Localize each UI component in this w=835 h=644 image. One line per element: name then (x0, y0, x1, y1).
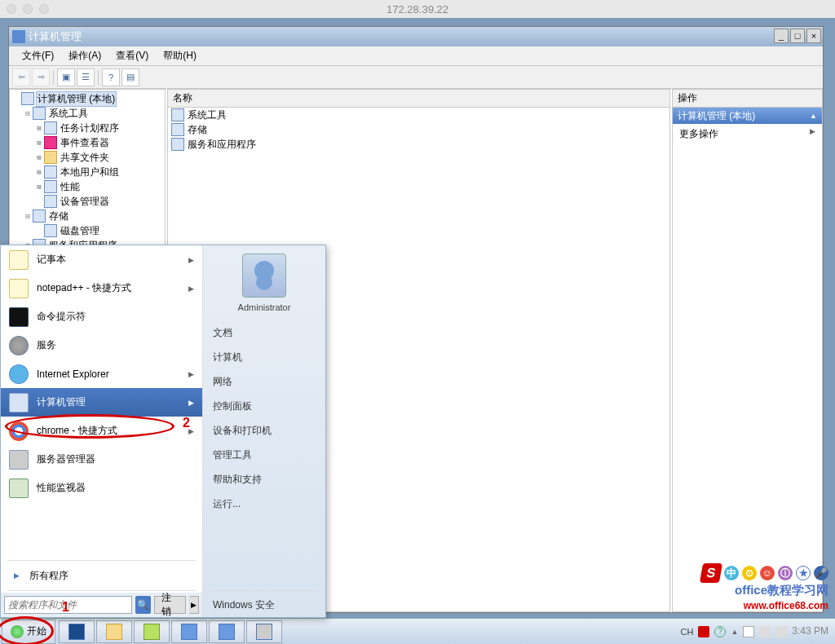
start-menu: 记事本▶ notepad++ - 快捷方式▶ 命令提示符 服务 Internet… (0, 245, 326, 618)
start-right-network[interactable]: 网络 (203, 369, 325, 394)
notepad-icon (9, 250, 29, 270)
tree-local-users[interactable]: ⊞本地用户和组 (34, 165, 163, 179)
watermark: S 中 ⊙ ☺ ⓘ ★ 🎤 office教程学习网 www.office68.c… (701, 563, 828, 611)
mgmt-toolbar: ⬅ ➡ ▣ ☰ ? ▤ (9, 66, 823, 89)
start-item-cmd[interactable]: 命令提示符 (1, 302, 202, 331)
powershell-icon (68, 624, 85, 640)
tray-expand-icon[interactable]: ▲ (731, 628, 738, 636)
tree-performance[interactable]: ⊞性能 (34, 179, 163, 194)
list-item[interactable]: 存储 (168, 122, 669, 137)
help-button[interactable]: ? (102, 68, 120, 86)
ie-icon (9, 364, 29, 384)
start-right-documents[interactable]: 文档 (203, 320, 325, 345)
chrome-icon (9, 421, 29, 441)
services-icon (171, 138, 184, 151)
list-header-name[interactable]: 名称 (168, 90, 669, 108)
other-task-icon (256, 624, 272, 640)
properties-button[interactable]: ☰ (77, 68, 95, 86)
list-item[interactable]: 服务和应用程序 (168, 137, 669, 152)
start-right-run[interactable]: 运行... (203, 492, 325, 516)
tray-sound-icon[interactable] (775, 626, 787, 637)
start-item-notepadpp[interactable]: notepad++ - 快捷方式▶ (1, 274, 202, 302)
mgmt-titlebar[interactable]: 计算机管理 _ □ × (9, 27, 823, 46)
start-logout-button[interactable]: 注销 (154, 596, 186, 614)
actions-panel: 操作 计算机管理 (本地)▲ 更多操作▶ (672, 89, 823, 612)
start-right-help[interactable]: 帮助和支持 (203, 467, 325, 492)
start-item-servermgr[interactable]: 服务器管理器 (1, 445, 202, 474)
notepadpp-icon (9, 279, 29, 298)
notepadpp-task-icon (144, 624, 160, 640)
up-button[interactable]: ▣ (57, 68, 75, 86)
perfmon-icon (9, 479, 29, 498)
tray-help-icon[interactable]: ? (714, 626, 726, 637)
annotation-number-1: 1 (62, 600, 69, 615)
tools-icon (171, 108, 184, 121)
start-logout-more[interactable]: ▶ (189, 596, 199, 614)
tree-disk-mgmt[interactable]: 磁盘管理 (34, 223, 163, 238)
taskbar: 开始 CH ? ▲ 3:43 PM (0, 618, 835, 644)
refresh-button[interactable]: ▤ (121, 68, 139, 86)
list-item[interactable]: 系统工具 (168, 108, 669, 122)
compmgmt-icon (9, 393, 29, 412)
tray-network-icon[interactable] (759, 626, 771, 637)
menu-action[interactable]: 操作(A) (62, 47, 108, 64)
remote-host-title: 172.28.39.22 (0, 3, 835, 15)
tree-event-viewer[interactable]: ⊞事件查看器 (34, 135, 163, 150)
services-icon (9, 336, 29, 355)
servermgr-icon (9, 450, 29, 470)
user-avatar[interactable] (242, 254, 286, 298)
minimize-button[interactable]: _ (774, 29, 789, 43)
tree-device-manager[interactable]: 设备管理器 (34, 194, 163, 209)
tree-task-scheduler[interactable]: ⊞任务计划程序 (34, 121, 163, 135)
start-item-services[interactable]: 服务 (1, 331, 202, 359)
nav-back-button: ⬅ (12, 68, 30, 86)
tree-system-tools[interactable]: ⊟系统工具 (23, 106, 163, 121)
task-servermgr[interactable] (171, 620, 207, 643)
start-item-ie[interactable]: Internet Explorer▶ (1, 359, 202, 388)
task-explorer[interactable] (96, 620, 132, 643)
tree-shared-folders[interactable]: ⊞共享文件夹 (34, 150, 163, 165)
nav-fwd-button: ➡ (32, 68, 50, 86)
close-button[interactable]: × (806, 29, 821, 43)
start-right-devices[interactable]: 设备和打印机 (203, 418, 325, 443)
mac-titlebar: 172.28.39.22 (0, 0, 835, 18)
user-name[interactable]: Administrator (203, 302, 325, 312)
watermark-logo-icon: S (700, 563, 722, 583)
task-other[interactable] (246, 620, 282, 643)
menu-help[interactable]: 帮助(H) (157, 47, 203, 64)
task-notepadpp[interactable] (134, 620, 170, 643)
actions-more[interactable]: 更多操作▶ (673, 124, 822, 144)
tray-flag-icon[interactable] (743, 626, 754, 637)
start-item-chrome[interactable]: chrome - 快捷方式▶ (1, 417, 202, 445)
start-item-perfmon[interactable]: 性能监视器 (1, 474, 202, 502)
start-item-compmgmt[interactable]: 计算机管理▶ (1, 388, 202, 417)
start-search-button[interactable]: 🔍 (135, 596, 151, 614)
start-orb-icon (11, 625, 24, 638)
mgmt-app-icon (12, 30, 25, 43)
annotation-number-2: 2 (183, 416, 190, 430)
mgmt-title: 计算机管理 (29, 29, 82, 44)
menu-view[interactable]: 查看(V) (109, 47, 155, 64)
task-compmgmt[interactable] (209, 620, 245, 643)
mgmt-menubar: 文件(F) 操作(A) 查看(V) 帮助(H) (9, 46, 823, 66)
tree-root[interactable]: 计算机管理 (本地) (11, 91, 163, 106)
start-all-programs[interactable]: ▶所有程序 (1, 562, 202, 589)
cmd-icon (9, 307, 29, 327)
menu-file[interactable]: 文件(F) (15, 47, 60, 64)
start-item-notepad[interactable]: 记事本▶ (1, 245, 202, 274)
start-right-control-panel[interactable]: 控制面板 (203, 394, 325, 418)
start-right-win-security[interactable]: Windows 安全 (203, 593, 325, 617)
maximize-button[interactable]: □ (790, 29, 805, 43)
start-right-admin-tools[interactable]: 管理工具 (203, 443, 325, 467)
actions-header: 操作 (673, 90, 822, 108)
compmgmt-task-icon (219, 624, 235, 640)
servermgr-task-icon (181, 624, 197, 640)
tray-clock[interactable]: 3:43 PM (792, 627, 828, 636)
tray-lang[interactable]: CH (680, 627, 693, 637)
tree-storage[interactable]: ⊟存储 (23, 209, 163, 223)
task-powershell[interactable] (59, 620, 95, 643)
start-button[interactable]: 开始 (2, 620, 55, 644)
explorer-icon (106, 624, 122, 640)
tray-ime-icon[interactable] (698, 626, 709, 637)
start-right-computer[interactable]: 计算机 (203, 345, 325, 369)
